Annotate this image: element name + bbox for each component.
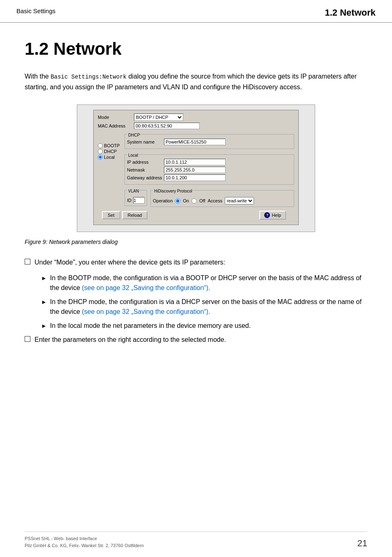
vlan-id-input[interactable]	[133, 197, 145, 204]
footer-text: PSSnet SHL - Web- based Interface Pilz G…	[25, 535, 144, 549]
sub-item-1-2: ► In the DHCP mode, the configuration is…	[41, 297, 367, 317]
hidiscovery-legend: HiDiscovery Protocol	[154, 189, 192, 193]
radio-local-label: Local	[104, 155, 115, 160]
footer-line1: PSSnet SHL - Web- based Interface	[25, 535, 144, 542]
bullet-text-1: Under “Mode”, you enter where the device…	[35, 258, 225, 267]
figure-caption: Figure 9: Network parameters dialog	[25, 239, 367, 245]
breadcrumb: Basic Settings	[16, 7, 55, 14]
mac-label: MAC Address	[98, 123, 131, 128]
op-off-radio[interactable]	[191, 198, 197, 204]
sub-text-1-1: In the BOOTP mode, the configuration is …	[50, 273, 367, 293]
page-number: 21	[357, 538, 367, 549]
system-name-row: System name	[127, 139, 292, 145]
radio-bootp[interactable]: BOOTP	[98, 143, 120, 148]
mac-input[interactable]	[134, 123, 200, 129]
vlan-fieldset: VLAN ID	[125, 187, 147, 206]
system-name-label: System name	[127, 139, 164, 144]
local-fieldset: Local IP address Netmask Gateway address	[125, 151, 294, 185]
gateway-label: Gateway address	[127, 175, 164, 180]
dhcp-fieldset: DHCP System name	[125, 131, 294, 149]
page-title: 1.2 Network	[25, 39, 367, 59]
dhcp-legend: DHCP	[128, 133, 140, 137]
vlan-id-label: ID	[127, 198, 131, 203]
gateway-row: Gateway address	[127, 174, 292, 181]
access-dropdown[interactable]: read-write	[225, 197, 254, 204]
link-1-1[interactable]: (see on page 32 „Saving the configuratio…	[82, 284, 210, 291]
ip-row: IP address	[127, 159, 292, 165]
footer-line2: Pilz GmbH & Co. KG, Felix- Wankel Str. 2…	[25, 542, 144, 549]
sub-list-1: ► In the BOOTP mode, the configuration i…	[41, 273, 367, 331]
page-header: Basic Settings 1.2 Network	[0, 0, 392, 23]
bullet-item-2: Enter the parameters on the right accord…	[25, 335, 367, 345]
bullet-text-2: Enter the parameters on the right accord…	[35, 335, 226, 345]
hidiscovery-fieldset: HiDiscovery Protocol Operation On Off Ac…	[150, 187, 294, 207]
gateway-input[interactable]	[164, 174, 226, 181]
vlan-id-row: ID	[127, 197, 145, 204]
set-button[interactable]: Set	[102, 211, 120, 219]
hidiscovery-inner: Operation On Off Access read-write	[153, 197, 292, 204]
dialog-window: Mode BOOTP / DHCP MAC Address BOOTP	[93, 110, 299, 225]
help-icon: ?	[264, 212, 270, 218]
page-footer: PSSnet SHL - Web- based Interface Pilz G…	[25, 531, 367, 549]
bottom-options: VLAN ID HiDiscovery Protocol Operation	[125, 187, 294, 208]
radio-local-input[interactable]	[98, 155, 103, 160]
dialog-screenshot-container: Mode BOOTP / DHCP MAC Address BOOTP	[77, 104, 315, 232]
intro-code: Basic Settings:Network	[51, 74, 127, 80]
vlan-legend: VLAN	[128, 189, 139, 193]
sub-text-1-2: In the DHCP mode, the configuration is v…	[50, 297, 367, 317]
arrow-icon-3: ►	[41, 322, 47, 330]
bullet-item-1: Under “Mode”, you enter where the device…	[25, 258, 367, 267]
checkbox-2	[25, 336, 30, 342]
checkbox-1	[25, 259, 30, 265]
arrow-icon-1: ►	[41, 274, 47, 283]
op-off-label: Off	[199, 198, 205, 203]
sub-item-1-1: ► In the BOOTP mode, the configuration i…	[41, 273, 367, 293]
intro-paragraph: With the Basic Settings:Network dialog y…	[25, 71, 367, 92]
radio-bootp-label: BOOTP	[104, 143, 120, 148]
sub-text-1-3: In the local mode the net parameters in …	[50, 321, 251, 331]
main-content: 1.2 Network With the Basic Settings:Netw…	[0, 23, 392, 361]
help-label: Help	[272, 213, 281, 218]
bullet-section: Under “Mode”, you enter where the device…	[25, 258, 367, 345]
radio-group-col: BOOTP DHCP Local	[98, 131, 120, 208]
radio-dhcp-label: DHCP	[104, 149, 117, 154]
local-legend: Local	[128, 153, 138, 158]
operation-label: Operation	[153, 198, 173, 203]
ip-input[interactable]	[164, 159, 226, 165]
reload-button[interactable]: Reload	[122, 211, 148, 219]
access-label: Access	[208, 198, 222, 203]
intro-text-before: With the	[25, 73, 51, 80]
op-on-radio[interactable]	[175, 198, 180, 204]
link-1-2[interactable]: (see on page 32 „Saving the configuratio…	[82, 308, 210, 315]
radio-bootp-input[interactable]	[98, 143, 103, 148]
mac-row: MAC Address	[98, 123, 294, 129]
op-on-label: On	[183, 198, 189, 203]
system-name-input[interactable]	[164, 139, 226, 145]
radio-local[interactable]: Local	[98, 155, 120, 160]
sub-item-1-3: ► In the local mode the net parameters i…	[41, 321, 367, 331]
netmask-input[interactable]	[164, 167, 226, 173]
arrow-icon-2: ►	[41, 298, 47, 306]
netmask-label: Netmask	[127, 167, 164, 172]
mode-row: Mode BOOTP / DHCP	[98, 114, 294, 121]
dialog-main-layout: BOOTP DHCP Local	[98, 131, 294, 208]
netmask-row: Netmask	[127, 167, 292, 173]
section-number-header: 1.2 Network	[325, 7, 376, 18]
right-fields: DHCP System name Local IP address	[125, 131, 294, 208]
ip-label: IP address	[127, 160, 164, 165]
radio-dhcp[interactable]: DHCP	[98, 149, 120, 154]
mode-label: Mode	[98, 115, 131, 120]
dialog-body: Mode BOOTP / DHCP MAC Address BOOTP	[94, 110, 298, 225]
mode-dropdown[interactable]: BOOTP / DHCP	[134, 114, 183, 121]
radio-dhcp-input[interactable]	[98, 149, 103, 154]
dialog-buttons-row: Set Reload ? Help	[98, 208, 294, 222]
help-button[interactable]: ? Help	[259, 211, 286, 220]
